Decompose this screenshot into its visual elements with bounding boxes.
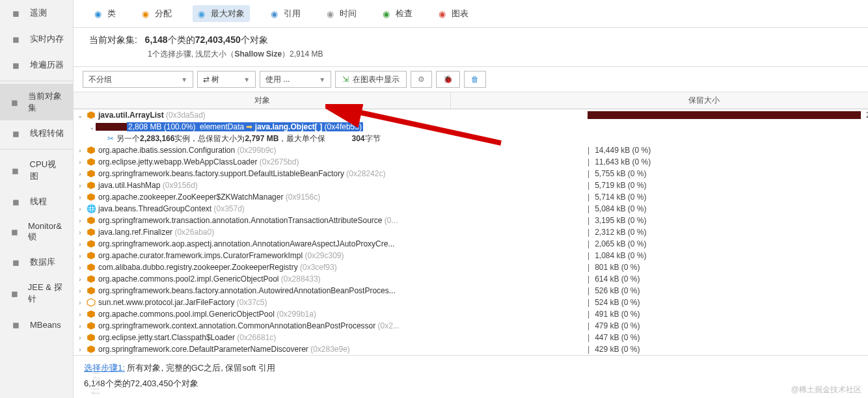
expander-icon[interactable]: ›	[76, 182, 84, 189]
chevron-down-icon: ▼	[181, 76, 187, 83]
expander-icon[interactable]: ›	[76, 287, 84, 295]
sidebar-item-8[interactable]: ◼数据库	[0, 249, 73, 275]
svg-marker-3	[87, 170, 95, 178]
address: (0...	[385, 216, 398, 225]
size-bar	[588, 111, 861, 119]
sidebar-item-3[interactable]: ◼当前对象集	[0, 84, 73, 120]
class-name: org.springframework.transaction.annotati…	[98, 216, 382, 225]
expander-icon[interactable]: ›	[76, 147, 84, 154]
expander-icon[interactable]: ⌄	[88, 124, 96, 131]
expander-icon[interactable]: ›	[76, 311, 84, 318]
retained-size: 5,714 kB (0 %)	[595, 192, 686, 202]
sidebar-item-10[interactable]: ◼MBeans	[0, 312, 73, 338]
expander-icon[interactable]: ›	[76, 206, 84, 213]
settings-button[interactable]: ⚙	[411, 71, 432, 88]
monitor-lock-icon: ◼	[9, 226, 20, 239]
tree-row[interactable]: › java.util.HashMap (0x9156d) | 5,719 kB…	[74, 179, 868, 191]
tree-combo[interactable]: ⇄ 树▼	[197, 71, 256, 88]
svg-marker-17	[87, 345, 95, 353]
trash-button[interactable]: 🗑	[464, 71, 486, 88]
tree-row[interactable]: › org.apache.curator.framework.imps.Cura…	[74, 250, 868, 261]
tree-row[interactable]: › org.springframework.beans.factory.supp…	[74, 168, 868, 179]
threads-icon: ◼	[9, 195, 22, 208]
object-hex-icon	[87, 345, 96, 354]
tree-row[interactable]: › org.springframework.aop.aspectj.annota…	[74, 238, 868, 250]
expander-icon[interactable]: ›	[76, 264, 84, 271]
col-object[interactable]: 对象	[74, 92, 451, 109]
expander-icon[interactable]: ›	[76, 194, 84, 201]
class-name: java.util.HashMap	[98, 181, 160, 190]
tree-row[interactable]: › org.springframework.beans.factory.anno…	[74, 285, 868, 297]
svg-marker-0	[87, 111, 95, 119]
tree-row[interactable]: › org.apache.commons.pool2.impl.GenericO…	[74, 273, 868, 285]
col-retained[interactable]: 保留大小	[451, 92, 868, 109]
address: (0x28242c)	[346, 169, 385, 178]
expander-icon[interactable]: ›	[76, 276, 84, 283]
tree-row-root[interactable]: ⌄ java.util.ArrayList (0x3da5ad) 2,808 M…	[74, 109, 868, 121]
tree-row[interactable]: › sun.net.www.protocol.jar.JarFileFactor…	[74, 297, 868, 308]
object-tree[interactable]: ⌄ java.util.ArrayList (0x3da5ad) 2,808 M…	[74, 109, 868, 355]
retained-size: 3,195 kB (0 %)	[595, 216, 686, 225]
svg-marker-9	[87, 252, 95, 259]
sidebar-item-9[interactable]: ◼JEE & 探针	[0, 275, 73, 312]
chevron-down-icon: ▼	[319, 76, 325, 83]
expander-icon[interactable]: ›	[76, 346, 84, 353]
sidebar-item-4[interactable]: ◼线程转储	[0, 120, 73, 146]
address: (0x299b9c)	[237, 146, 277, 155]
tab-2[interactable]: ◉最大对象	[193, 5, 250, 22]
tree-row[interactable]: › com.alibaba.dubbo.registry.zookeeper.Z…	[74, 261, 868, 273]
sidebar-item-7[interactable]: ◼Monitor&锁	[0, 215, 73, 249]
expander-icon[interactable]: ›	[76, 217, 84, 224]
tab-4[interactable]: ◉时间	[321, 5, 362, 22]
class-name: java.lang.ref.Finalizer	[98, 228, 172, 237]
tree-row[interactable]: › org.springframework.context.annotation…	[74, 320, 868, 332]
object-hex-icon	[87, 251, 96, 260]
address: (0x9156c)	[286, 192, 320, 202]
expander-icon[interactable]: ⌄	[76, 112, 84, 119]
tab-1[interactable]: ◉分配	[137, 5, 177, 22]
retained-size: 447 kB (0 %)	[595, 333, 686, 342]
tab-6[interactable]: ◉图表	[433, 5, 474, 22]
svg-marker-13	[87, 298, 95, 306]
tree-row[interactable]: › org.apache.zookeeper.ZooKeeper$ZKWatch…	[74, 191, 868, 203]
tree-row[interactable]: › org.eclipse.jetty.webapp.WebAppClassLo…	[74, 156, 868, 168]
expander-icon[interactable]: ›	[76, 170, 84, 178]
group-combo[interactable]: 不分组▼	[83, 71, 193, 88]
tree-row[interactable]: › org.springframework.core.DefaultParame…	[74, 343, 868, 355]
address: (0x299b1a)	[277, 310, 316, 319]
object-hex-icon	[87, 263, 96, 272]
object-hex-icon	[87, 239, 96, 248]
expander-icon[interactable]: ›	[76, 334, 84, 341]
sidebar-item-1[interactable]: ◼实时内存	[0, 26, 73, 52]
jee-probe-icon: ◼	[9, 287, 20, 300]
sidebar-item-5[interactable]: ◼CPU视图	[0, 152, 73, 189]
tree-row[interactable]: › 🌐 java.beans.ThreadGroupContext (0x357…	[74, 203, 868, 215]
expander-icon[interactable]: ›	[76, 252, 84, 259]
tree-row[interactable]: › org.apache.commons.pool.impl.GenericOb…	[74, 308, 868, 320]
tree-row[interactable]: › org.apache.ibatis.session.Configuratio…	[74, 144, 868, 156]
sidebar-item-0[interactable]: ◼遥测	[0, 0, 73, 26]
tree-row-child[interactable]: ⌄ 2,808 MB (100.0%) elementData ➡ java.l…	[74, 121, 868, 133]
use-combo[interactable]: 使用 ...▼	[260, 71, 331, 88]
trash-icon: 🗑	[471, 75, 479, 84]
expander-icon[interactable]: ›	[76, 241, 84, 248]
tab-0[interactable]: ◉类	[89, 5, 121, 22]
expander-icon[interactable]: ›	[76, 323, 84, 330]
object-count: 72,403,450	[195, 34, 241, 45]
watermark-corner: @稀土掘金技术社区	[791, 384, 861, 395]
expander-icon[interactable]: ›	[76, 299, 84, 306]
tree-row[interactable]: › org.eclipse.jetty.start.Classpath$Load…	[74, 332, 868, 343]
expander-icon[interactable]: ›	[76, 229, 84, 236]
heap-walker-icon: ◼	[9, 59, 22, 72]
tree-row[interactable]: › java.lang.ref.Finalizer (0x26aba0) | 2…	[74, 226, 868, 238]
address: (0x26aba0)	[174, 228, 214, 237]
bug-button[interactable]: 🐞	[436, 71, 460, 88]
tab-5[interactable]: ◉检查	[377, 5, 418, 22]
expander-icon[interactable]: ›	[76, 159, 84, 166]
show-in-chart-button[interactable]: ⇲在图表中显示	[335, 71, 407, 88]
sidebar-item-6[interactable]: ◼线程	[0, 189, 73, 215]
tree-row[interactable]: › org.springframework.transaction.annota…	[74, 215, 868, 226]
globe-icon: 🌐	[87, 204, 96, 213]
sidebar-item-2[interactable]: ◼堆遍历器	[0, 52, 73, 78]
tab-3[interactable]: ◉引用	[265, 5, 306, 22]
